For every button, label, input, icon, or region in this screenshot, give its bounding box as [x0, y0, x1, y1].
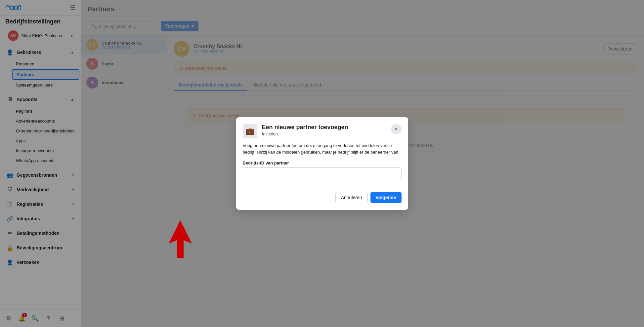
modal-title: Een nieuwe partner toevoegen — [262, 124, 348, 131]
modal-overlay: 💼 Een nieuwe partner toevoegen Instellen… — [0, 0, 644, 327]
volgende-button[interactable]: Volgende — [370, 192, 402, 203]
modal-close-button[interactable]: × — [391, 124, 402, 134]
close-icon: × — [394, 126, 398, 133]
red-arrow-annotation — [162, 217, 198, 261]
briefcase-icon: 💼 — [243, 124, 257, 138]
modal-body: Voeg een nieuwe partner toe om deze toeg… — [236, 142, 408, 187]
modal: 💼 Een nieuwe partner toevoegen Instellen… — [236, 117, 408, 210]
annuleren-button[interactable]: Annuleren — [335, 192, 368, 203]
modal-footer: Annuleren Volgende — [236, 187, 408, 210]
modal-title-block: Een nieuwe partner toevoegen Instellen — [262, 124, 348, 136]
modal-subtitle: Instellen — [262, 131, 348, 136]
business-id-input[interactable] — [243, 167, 402, 180]
modal-field-label: Bedrijfs-ID van partner — [243, 161, 402, 165]
modal-header: 💼 Een nieuwe partner toevoegen Instellen… — [236, 117, 408, 142]
modal-header-left: 💼 Een nieuwe partner toevoegen Instellen — [243, 124, 348, 138]
modal-description: Voeg een nieuwe partner toe om deze toeg… — [243, 142, 402, 155]
svg-marker-0 — [169, 220, 192, 258]
